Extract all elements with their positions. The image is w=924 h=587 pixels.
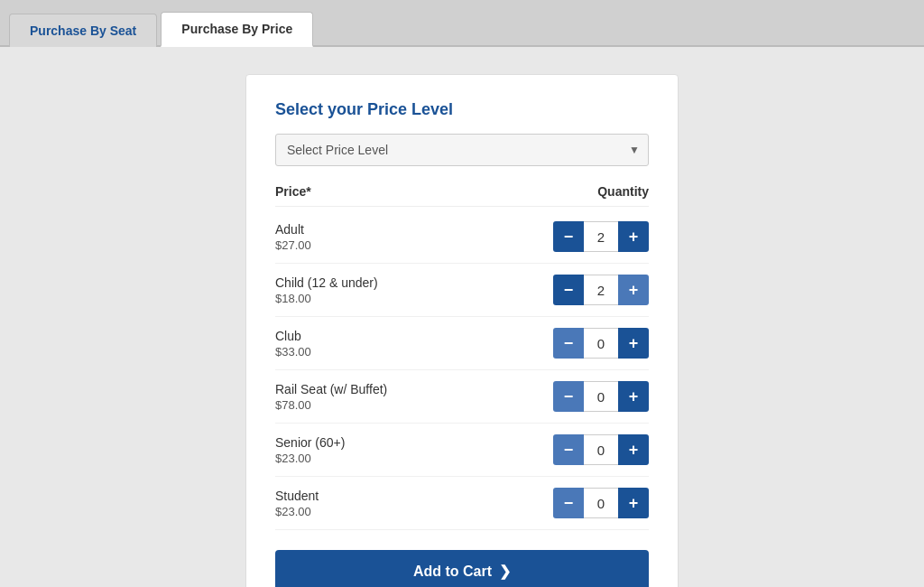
minus-button-senior[interactable]: −: [553, 434, 584, 465]
price-amount-child: $18.00: [275, 292, 378, 305]
price-name-rail: Rail Seat (w/ Buffet): [275, 382, 387, 396]
quantity-stepper-child: − 2 +: [553, 275, 649, 305]
price-table-header: Price* Quantity: [275, 184, 649, 207]
qty-display-rail: 0: [584, 381, 618, 412]
section-title: Select your Price Level: [275, 100, 649, 119]
price-name-club: Club: [275, 329, 311, 343]
minus-button-student[interactable]: −: [553, 488, 584, 518]
qty-display-child: 2: [584, 275, 618, 305]
minus-button-club[interactable]: −: [553, 328, 584, 359]
qty-display-senior: 0: [584, 434, 618, 465]
price-col-header: Price*: [275, 184, 311, 199]
price-row-rail: Rail Seat (w/ Buffet) $78.00 − 0 +: [275, 370, 649, 424]
price-amount-adult: $27.00: [275, 238, 311, 252]
price-selection-card: Select your Price Level Select Price Lev…: [245, 74, 679, 587]
minus-button-adult[interactable]: −: [553, 221, 584, 252]
quantity-stepper-rail: − 0 +: [553, 381, 649, 412]
add-to-cart-label: Add to Cart: [413, 564, 492, 580]
add-to-cart-button[interactable]: Add to Cart ❯: [275, 550, 649, 587]
plus-button-student[interactable]: +: [618, 488, 649, 518]
price-row-adult: Adult $27.00 − 2 +: [275, 210, 649, 264]
price-info-student: Student $23.00: [275, 489, 319, 518]
price-amount-rail: $78.00: [275, 398, 387, 412]
qty-display-adult: 2: [584, 221, 618, 252]
minus-button-rail[interactable]: −: [553, 381, 584, 412]
price-info-senior: Senior (60+) $23.00: [275, 435, 345, 465]
tab-purchase-by-price[interactable]: Purchase By Price: [161, 12, 313, 47]
quantity-stepper-senior: − 0 +: [553, 434, 649, 465]
quantity-stepper-adult: − 2 +: [553, 221, 649, 252]
minus-button-child[interactable]: −: [553, 275, 584, 305]
price-level-dropdown-wrapper: Select Price Level Level 1 Level 2 Level…: [275, 134, 649, 166]
price-row-club: Club $33.00 − 0 +: [275, 317, 649, 370]
qty-col-header: Quantity: [597, 184, 649, 199]
tab-purchase-by-seat-label: Purchase By Seat: [30, 23, 136, 38]
content-area: Select your Price Level Select Price Lev…: [0, 47, 924, 587]
price-info-adult: Adult $27.00: [275, 222, 311, 252]
plus-button-adult[interactable]: +: [618, 221, 649, 252]
price-level-select[interactable]: Select Price Level Level 1 Level 2 Level…: [275, 134, 649, 166]
plus-button-rail[interactable]: +: [618, 381, 649, 412]
price-info-rail: Rail Seat (w/ Buffet) $78.00: [275, 382, 387, 412]
tab-purchase-by-price-label: Purchase By Price: [181, 22, 292, 36]
plus-button-club[interactable]: +: [618, 328, 649, 359]
price-info-club: Club $33.00: [275, 329, 311, 359]
price-amount-student: $23.00: [275, 505, 319, 518]
plus-button-senior[interactable]: +: [618, 434, 649, 465]
price-name-child: Child (12 & under): [275, 275, 378, 290]
quantity-stepper-student: − 0 +: [553, 488, 649, 518]
price-amount-senior: $23.00: [275, 452, 345, 465]
add-to-cart-arrow-icon: ❯: [499, 563, 511, 580]
tab-bar: Purchase By Seat Purchase By Price: [0, 0, 924, 47]
price-row-student: Student $23.00 − 0 +: [275, 477, 649, 530]
price-rows-container: Adult $27.00 − 2 + Child (12 & under) $1…: [275, 210, 649, 530]
price-row-senior: Senior (60+) $23.00 − 0 +: [275, 424, 649, 477]
tab-purchase-by-seat[interactable]: Purchase By Seat: [9, 14, 157, 47]
plus-button-child[interactable]: +: [618, 275, 649, 305]
qty-display-student: 0: [584, 488, 618, 518]
price-name-student: Student: [275, 489, 319, 503]
price-name-senior: Senior (60+): [275, 435, 345, 450]
price-info-child: Child (12 & under) $18.00: [275, 275, 378, 305]
price-row-child: Child (12 & under) $18.00 − 2 +: [275, 264, 649, 317]
qty-display-club: 0: [584, 328, 618, 359]
price-name-adult: Adult: [275, 222, 311, 237]
price-amount-club: $33.00: [275, 345, 311, 359]
quantity-stepper-club: − 0 +: [553, 328, 649, 359]
